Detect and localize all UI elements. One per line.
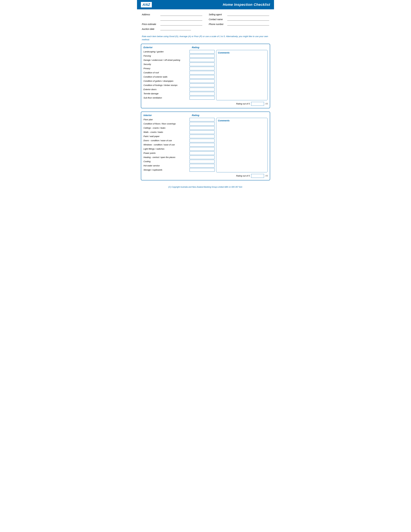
selling-agent-input[interactable] (227, 13, 269, 16)
address-row2 (142, 17, 202, 21)
contact-name-input[interactable] (227, 17, 269, 21)
exterior-item-row: Sub-floor ventilation (143, 96, 215, 100)
interior-item-input[interactable] (189, 147, 215, 151)
interior-rating-footer: Rating out of 5 / 5 (143, 174, 268, 178)
exterior-item-row: Fencing (143, 54, 215, 58)
exterior-item-input[interactable] (189, 96, 215, 100)
interior-item-row: Light fittings / switches (143, 147, 215, 151)
interior-item-input[interactable] (189, 160, 215, 163)
interior-rating-footer-input[interactable] (251, 174, 264, 178)
exterior-item-label: Condition of footings / timber stumps (143, 84, 188, 86)
exterior-item-row: Security (143, 63, 215, 66)
interior-item-input[interactable] (189, 126, 215, 130)
selling-agent-row: Selling agent (209, 13, 269, 16)
page-title: Home Inspection Checklist (223, 3, 270, 7)
price-estimate-row: Price estimate (142, 22, 202, 26)
interior-item-input[interactable] (189, 122, 215, 126)
interior-item-input[interactable] (189, 151, 215, 155)
interior-item-row: Condition of floors / floor coverings (143, 122, 215, 126)
anz-logo-text: ANZ (141, 2, 152, 7)
exterior-title: Exterior (143, 46, 192, 49)
interior-item-input[interactable] (189, 156, 215, 159)
interior-item-input[interactable] (189, 135, 215, 138)
exterior-item-input[interactable] (189, 63, 215, 66)
interior-rating-label: Rating (192, 114, 218, 116)
phone-number-input[interactable] (227, 22, 269, 26)
auction-date-input[interactable] (160, 27, 191, 30)
exterior-item-input[interactable] (189, 75, 215, 79)
exterior-item-label: Fencing (143, 55, 188, 57)
exterior-item-input[interactable] (189, 71, 215, 75)
left-fields: Address Price estimate Auction date (142, 13, 202, 32)
address-input2[interactable] (160, 17, 202, 21)
exterior-item-input[interactable] (189, 54, 215, 58)
exterior-comments-label: Comments (218, 51, 266, 54)
exterior-item-row: Termite damage (143, 92, 215, 95)
exterior-item-label: Garage / undercover / off-street parking (143, 59, 188, 61)
address-input[interactable] (160, 13, 202, 16)
interior-item-row: Windows - condition / ease of use (143, 143, 215, 147)
exterior-item-input[interactable] (189, 92, 215, 95)
interior-item-input[interactable] (189, 143, 215, 147)
contact-name-row: Contact name (209, 17, 269, 21)
top-fields: Address Price estimate Auction date Sell… (137, 9, 274, 32)
interior-item-label: Condition of floors / floor coverings (143, 123, 188, 125)
exterior-header: Exterior Rating (143, 46, 268, 49)
interior-item-label: Paint / wall paper (143, 135, 188, 138)
exterior-item-label: Privacy (143, 67, 188, 70)
exterior-items: Landscaping / gardenFencingGarage / unde… (143, 50, 215, 100)
interior-item-row: Doors - condition / ease of use (143, 139, 215, 142)
address-row: Address (142, 13, 202, 16)
interior-item-label: Power points (143, 152, 188, 154)
interior-item-input[interactable] (189, 168, 215, 172)
interior-item-input[interactable] (189, 118, 215, 121)
interior-comments-textarea[interactable] (218, 123, 266, 171)
interior-item-row: Heating - central / open fire places (143, 156, 215, 159)
exterior-item-label: Sub-floor ventilation (143, 96, 188, 99)
exterior-item-label: Condition of roof (143, 71, 188, 74)
interior-item-input[interactable] (189, 139, 215, 142)
exterior-item-row: Condition of exterior walls (143, 75, 215, 79)
exterior-item-label: Security (143, 63, 188, 66)
interior-item-row: Storage / cupboards (143, 168, 215, 172)
exterior-item-input[interactable] (189, 79, 215, 83)
exterior-rating-label: Rating (192, 46, 218, 49)
exterior-item-label: Termite damage (143, 92, 188, 95)
interior-item-label: Doors - condition / ease of use (143, 139, 188, 142)
address-label: Address (142, 13, 160, 16)
interior-item-input[interactable] (189, 164, 215, 168)
exterior-comments-textarea[interactable] (218, 55, 266, 99)
price-estimate-input[interactable] (160, 22, 202, 26)
interior-items: Floor planCondition of floors / floor co… (143, 118, 215, 172)
interior-item-label: Floor plan (143, 118, 188, 121)
interior-item-row: Walls - cracks / leaks (143, 130, 215, 134)
exterior-item-label: Landscaping / garden (143, 50, 188, 53)
exterior-content: Landscaping / gardenFencingGarage / unde… (143, 50, 268, 100)
exterior-item-input[interactable] (189, 84, 215, 87)
interior-header: Interior Rating (143, 114, 268, 116)
selling-agent-label: Selling agent (209, 13, 227, 16)
exterior-item-label: Exterior doors (143, 88, 188, 91)
exterior-rating-slash: / 5 (265, 103, 268, 105)
contact-name-label: Contact name (209, 18, 227, 21)
exterior-rating-footer-input[interactable] (251, 102, 264, 106)
exterior-item-input[interactable] (189, 58, 215, 62)
exterior-item-input[interactable] (189, 50, 215, 54)
exterior-item-input[interactable] (189, 67, 215, 70)
header: ANZ Home Inspection Checklist (137, 0, 274, 9)
exterior-item-row: Condition of roof (143, 71, 215, 75)
exterior-item-input[interactable] (189, 88, 215, 91)
exterior-item-row: Privacy (143, 67, 215, 70)
interior-item-label: Hot water service (143, 164, 188, 167)
interior-title: Interior (143, 114, 192, 116)
exterior-rating-footer-label: Rating out of 5 (236, 103, 250, 105)
exterior-item-label: Condition of exterior walls (143, 76, 188, 78)
interior-item-row: Cooling (143, 160, 215, 163)
auction-date-row: Auction date (142, 27, 202, 30)
exterior-item-row: Exterior doors (143, 88, 215, 91)
interior-item-row: Power points (143, 151, 215, 155)
anz-logo: ANZ (141, 2, 152, 7)
interior-item-input[interactable] (189, 130, 215, 134)
interior-rating-slash: / 5 (265, 175, 268, 177)
interior-item-row: Paint / wall paper (143, 135, 215, 138)
